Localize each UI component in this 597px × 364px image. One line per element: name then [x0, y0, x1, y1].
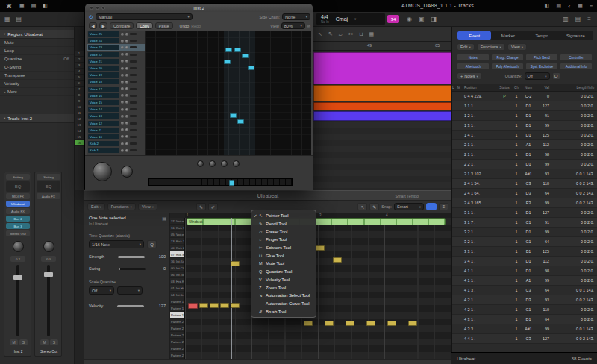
cell[interactable] [231, 303, 240, 308]
cell[interactable] [220, 303, 229, 308]
event-row[interactable]: 3 4 1 . 1 D1 112 0 0 2 0. [452, 257, 597, 266]
voice-knob[interactable] [121, 46, 124, 49]
lane-label[interactable]: 03: Hrd.Kick [170, 278, 184, 285]
view-toggle-icon[interactable]: ▤ [16, 16, 22, 22]
lane-label[interactable]: Pattern 19 [170, 312, 184, 318]
cell[interactable] [248, 66, 254, 70]
event-row[interactable]: 4 2 1 . 1 D3 93 0 0 2 143. [452, 295, 597, 305]
voice-name[interactable]: Voice 22 [88, 52, 119, 57]
voice-knob[interactable] [121, 135, 124, 138]
lane-label[interactable]: 07: mid.Shaker [170, 251, 184, 258]
voice-knob[interactable] [125, 46, 128, 49]
status-bar-icon[interactable]: ▤ [556, 3, 561, 9]
event-row[interactable]: 2 4 3 165. 1 E3 99 0 0 2 143. [452, 198, 597, 208]
lane-label[interactable]: Pattern 22 [170, 332, 184, 339]
cell[interactable] [316, 245, 325, 251]
channel-name[interactable]: Inst 2 [4, 350, 32, 354]
event-row[interactable]: 2 4 1 64. 1 D3 64 0 0 2 143. [452, 189, 597, 198]
track-number[interactable]: 8 [75, 92, 84, 98]
event-filter-button[interactable]: Controller [560, 54, 593, 61]
mute-button[interactable]: M [10, 339, 18, 345]
cell[interactable] [313, 85, 451, 101]
cell[interactable] [408, 321, 417, 326]
lane-label[interactable]: Pattern 24 [170, 345, 184, 352]
voice-knob[interactable] [125, 53, 128, 56]
lane-label[interactable]: 01: Int.HiHat [170, 285, 184, 292]
event-row[interactable]: 4 1 3 . 1 C3 64 0 0 1 143. [452, 286, 597, 295]
cell[interactable] [304, 321, 313, 326]
solo-button[interactable]: S [19, 339, 28, 345]
cell[interactable] [313, 102, 451, 110]
voice-knob[interactable] [125, 87, 128, 90]
cell[interactable] [346, 321, 354, 326]
voice-knob[interactable] [121, 149, 124, 152]
voice-name[interactable]: Voice 19 [88, 72, 119, 78]
cell[interactable] [313, 52, 451, 84]
voice-name[interactable]: Voice 14 [88, 107, 119, 112]
voice-knob[interactable] [125, 74, 128, 77]
track-number[interactable]: 3 [75, 63, 84, 69]
voice-row[interactable]: Voice 24 [87, 37, 145, 44]
event-row[interactable]: 2 4 1 54. 1 C3 110 0 0 2 143. [452, 179, 597, 189]
voice-knob[interactable] [125, 108, 128, 111]
preset-dropdown[interactable]: Manual▾ [96, 13, 193, 20]
pan-knob[interactable] [13, 241, 24, 252]
audio-fx-slot[interactable]: Audio FX [37, 193, 60, 199]
prev-preset-button[interactable]: ◀ [89, 22, 97, 29]
voice-name[interactable]: Voice 13 [88, 113, 119, 119]
audio-fx-slot[interactable]: Audio FX [6, 208, 30, 214]
lane-label[interactable]: Pattern 21 [170, 325, 184, 332]
midi-in-indicator[interactable] [426, 203, 437, 210]
info-grid-icon[interactable]: ▤ [162, 216, 166, 221]
power-icon[interactable]: ⊙ [89, 14, 93, 20]
event-filter-button[interactable]: Aftertouch [457, 63, 490, 70]
event-row[interactable]: 4 4 1 . 1 C3 127 0 0 2 143. [452, 334, 597, 344]
voice-name[interactable]: Voice 18 [88, 79, 119, 84]
apple-menu-icon[interactable]: ⌘ [6, 3, 12, 10]
event-row[interactable]: 3 1 7 . 1 C1 91 0 0 2 0. [452, 218, 597, 228]
midi-fx-slot[interactable]: MIDI FX [6, 193, 30, 199]
voice-row[interactable]: Voice 17 [87, 86, 145, 92]
chevron-down-icon[interactable]: ▾ [354, 17, 356, 21]
redo-button[interactable]: Redo [191, 24, 201, 28]
lane-label[interactable]: Pattern 23 [170, 339, 184, 345]
voice-row[interactable]: Voice 23 [87, 44, 145, 51]
synth-knob[interactable] [233, 160, 240, 167]
event-filter-button[interactable]: Pitch Bend [525, 54, 558, 61]
voice-knob[interactable] [121, 94, 124, 97]
synth-knob[interactable] [197, 160, 204, 167]
synth-knob[interactable] [221, 160, 228, 167]
event-filter-button[interactable]: Progr. Change [491, 54, 524, 61]
scale-quantize-dropdown[interactable]: Off▾ [89, 286, 114, 295]
tool-menu-item[interactable]: ✂ Scissors Tool [251, 244, 316, 252]
voice-row[interactable]: Kick 2 [87, 140, 145, 147]
send-slot[interactable]: Bus 3 [6, 223, 30, 229]
track-number[interactable]: 6 [75, 81, 84, 87]
track-number[interactable]: 12 [75, 116, 84, 122]
voice-name[interactable]: Voice 10 [88, 134, 119, 139]
tool-menu-item[interactable]: M Mute Tool [251, 260, 316, 268]
tool-icon[interactable]: ✂ [348, 31, 353, 37]
voice-knob[interactable] [121, 108, 124, 111]
solo-button[interactable]: S [50, 339, 58, 345]
track-number[interactable]: 9 [75, 98, 84, 104]
list-tab[interactable]: Event [457, 31, 491, 40]
voice-knob[interactable] [125, 94, 128, 97]
voice-name[interactable]: Voice 20 [88, 66, 119, 71]
event-row[interactable]: 0 4 4 239. P 1 C-2 0 0 0 2 0. [452, 92, 597, 101]
event-row[interactable]: 2 1 3 102. 1 A#1 93 0 0 1 143. [452, 169, 597, 179]
region-param-row[interactable]: Quantize Off [0, 55, 74, 63]
voice-name[interactable]: Voice 24 [88, 38, 119, 43]
cell[interactable] [366, 321, 375, 326]
voice-row[interactable]: Kick 1 [87, 147, 145, 154]
setting-button[interactable]: Setting [37, 174, 60, 180]
quantize-dropdown[interactable]: Off▾ [525, 72, 550, 80]
tool-menu-item[interactable]: Q Quantize Tool [251, 268, 316, 276]
lane-label[interactable]: Pattern 17 [170, 298, 184, 305]
more-row[interactable]: ▸ More [0, 88, 74, 96]
track-number[interactable]: 16 [75, 140, 84, 146]
zoom-icon[interactable] [101, 6, 105, 10]
menubar-icon[interactable]: ▦ [19, 3, 25, 9]
pencil-tool-button[interactable]: ✎ [369, 203, 379, 210]
voice-row[interactable]: Voice 13 [87, 113, 145, 119]
